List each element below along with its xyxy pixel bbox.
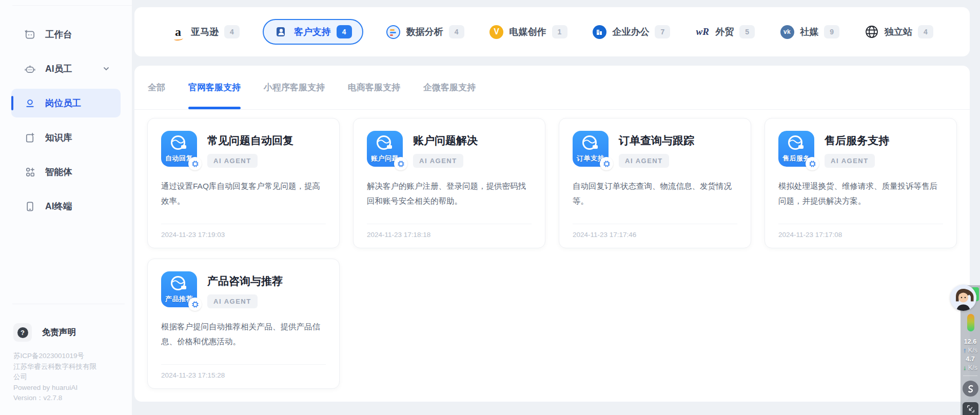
upload-unit: K/s [968, 347, 977, 354]
cpu-badge-icon [806, 157, 819, 170]
agent-title: 常见问题自动回复 [207, 133, 293, 148]
swirl-logo-icon[interactable] [963, 381, 978, 397]
agent-card-grid: 自动回复 常见问题自动回复 AI AGENT 通过设置FAQ库自动回复客户常见问… [134, 110, 970, 389]
sidebar-item-label: 工作台 [45, 28, 72, 41]
upload-speed-value: 12.6 [961, 338, 980, 346]
agent-description: 解决客户的账户注册、登录问题，提供密码找回和账号安全相关的帮助。 [367, 179, 532, 208]
ai-agent-badge: AI AGENT [207, 154, 258, 168]
disclaimer-label: 免责声明 [42, 327, 76, 338]
category-tab-social-media[interactable]: vk 社媒 9 [778, 19, 841, 44]
category-tab-amazon[interactable]: a 亚马逊 4 [169, 19, 242, 44]
sidebar-item-ai-staff[interactable]: AI员工 [11, 54, 121, 83]
agent-app-icon: 自动回复 [161, 131, 197, 167]
agent-description: 自动回复订单状态查询、物流信息、发货情况等。 [573, 179, 737, 208]
agent-card-faq-auto-reply[interactable]: 自动回复 常见问题自动回复 AI AGENT 通过设置FAQ库自动回复客户常见问… [147, 118, 340, 248]
category-label: 客户支持 [294, 26, 331, 38]
category-tab-enterprise-office[interactable]: 企业办公 7 [590, 19, 672, 44]
download-speed-value: 4.7 [961, 355, 980, 364]
category-count-badge: 9 [824, 25, 839, 38]
main-panel: 全部 官网客服支持 小程序客服支持 电商客服支持 企微客服支持 自动回复 [134, 66, 970, 402]
v-media-icon: V [489, 25, 504, 39]
category-label: 企业办公 [612, 26, 649, 38]
agent-timestamp: 2024-11-23 17:18:18 [367, 224, 532, 239]
gradient-meter[interactable] [967, 314, 974, 331]
sidebar-meta: 苏ICP备2023001019号 江苏华睿云科数字科技有限公司 Powered … [13, 351, 100, 404]
disclaimer-link[interactable]: ? 免责声明 [13, 323, 76, 342]
powered-by: Powered by huaruiAI [13, 383, 100, 393]
category-count-badge: 4 [918, 25, 933, 38]
agent-timestamp: 2024-11-23 17:19:03 [161, 224, 326, 239]
agent-app-icon: 账户问题 [367, 131, 403, 167]
category-tab-customer-support[interactable]: 客户支持 4 [263, 19, 363, 45]
category-count-badge: 5 [739, 25, 755, 38]
agent-title: 订单查询与跟踪 [619, 133, 694, 148]
category-bar: a 亚马逊 4 客户支持 4 数据分析 4 V [134, 7, 970, 56]
customer-support-icon [274, 25, 288, 39]
agent-card-account-issues[interactable]: 账户问题 账户问题解决 AI AGENT 解决客户的账户注册、登录问题，提供密码… [353, 118, 545, 248]
agent-app-icon: 售后服务 [778, 131, 814, 167]
cpu-badge-icon [600, 157, 613, 170]
agent-title: 账户问题解决 [413, 133, 478, 148]
agent-title: 产品咨询与推荐 [207, 274, 283, 288]
category-tab-media-creation[interactable]: V 电媒创作 1 [487, 19, 570, 44]
agent-description: 通过设置FAQ库自动回复客户常见问题，提高效率。 [161, 179, 326, 208]
cpu-badge-icon [188, 157, 202, 170]
sidebar-item-ai-terminal[interactable]: AI终端 [11, 192, 121, 221]
data-analysis-icon [386, 25, 401, 39]
download-unit: K/s [968, 364, 977, 371]
category-label: 独立站 [885, 26, 912, 38]
category-label: 社媒 [800, 26, 818, 38]
ai-agent-badge: AI AGENT [825, 154, 875, 168]
question-icon: ? [17, 327, 28, 338]
amazon-icon: a [171, 25, 185, 39]
screenshot-crop-icon[interactable] [963, 402, 978, 415]
tab-website-support[interactable]: 官网客服支持 [188, 66, 241, 109]
sidebar-item-knowledge-base[interactable]: 知识库 [11, 123, 121, 152]
agent-card-order-tracking[interactable]: 订单支持 订单查询与跟踪 AI AGENT 自动回复订单状态查询、物流信息、发货… [559, 118, 751, 248]
icp-number: 苏ICP备2023001019号 [13, 351, 100, 362]
category-count-badge: 4 [224, 25, 240, 38]
category-label: 数据分析 [406, 26, 443, 38]
foreign-trade-icon: wR [695, 25, 710, 39]
agent-card-product-recommend[interactable]: 产品推荐 产品咨询与推荐 AI AGENT 根据客户提问自动推荐相关产品、提供产… [147, 259, 340, 389]
ai-agent-badge: AI AGENT [207, 294, 258, 308]
category-tab-independent-site[interactable]: 独立站 4 [863, 19, 935, 44]
robot-icon [24, 63, 36, 75]
upload-arrow-icon: ↑ [963, 347, 966, 354]
category-tab-foreign-trade[interactable]: wR 外贸 5 [693, 19, 757, 44]
category-tab-data-analysis[interactable]: 数据分析 4 [384, 19, 466, 44]
agent-timestamp: 2024-11-23 17:17:46 [573, 224, 737, 239]
category-count-badge: 1 [552, 25, 567, 38]
agent-app-icon: 产品推荐 [161, 271, 197, 307]
sidebar-item-label: 岗位员工 [45, 97, 81, 109]
sidebar-item-position-staff[interactable]: 岗位员工 [11, 89, 121, 117]
assistant-avatar[interactable] [950, 285, 976, 311]
knowledge-base-icon [24, 131, 36, 144]
agent-description: 模拟处理退换货、维修请求、质量投诉等售后问题，并提供解决方案。 [778, 179, 943, 208]
tab-ecommerce-support[interactable]: 电商客服支持 [348, 66, 400, 109]
chevron-down-icon[interactable] [100, 63, 112, 75]
sidebar-top-divider [12, 5, 132, 6]
category-label: 外贸 [715, 26, 734, 38]
agent-card-after-sales[interactable]: 售后服务 售后服务支持 AI AGENT 模拟处理退换货、维修请求、质量投诉等售… [765, 118, 957, 248]
category-count-badge: 4 [337, 25, 352, 38]
tab-all[interactable]: 全部 [148, 66, 165, 109]
sidebar-item-agents[interactable]: 智能体 [11, 157, 121, 186]
tab-miniprogram-support[interactable]: 小程序客服支持 [264, 66, 325, 109]
agent-grid-icon [24, 166, 36, 178]
globe-icon [865, 25, 879, 39]
company-name: 江苏华睿云科数字科技有限公司 [13, 362, 100, 383]
sidebar-item-label: 知识库 [45, 131, 72, 144]
ai-agent-badge: AI AGENT [413, 154, 463, 168]
question-icon-box: ? [13, 323, 32, 342]
agent-title: 售后服务支持 [825, 133, 889, 148]
sidebar-item-workbench[interactable]: 工作台 [11, 20, 121, 49]
agent-description: 根据客户提问自动推荐相关产品、提供产品信息、价格和优惠活动。 [161, 320, 326, 349]
agent-app-icon: 订单支持 [573, 131, 609, 167]
cpu-badge-icon [394, 157, 407, 170]
category-count-badge: 4 [449, 25, 464, 38]
sidebar-item-label: 智能体 [45, 166, 72, 178]
tab-wecom-support[interactable]: 企微客服支持 [423, 66, 476, 109]
office-building-icon [592, 25, 606, 39]
system-widget-strip: 12.6 ↑ K/s 4.7 ↓ K/s [961, 285, 980, 415]
